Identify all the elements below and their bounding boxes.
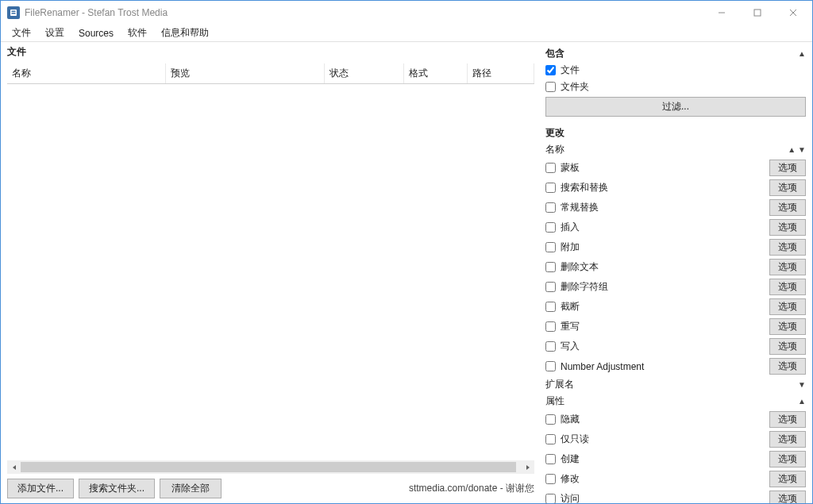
name-item-7-options-button[interactable]: 选项 (769, 298, 806, 315)
include-files-row[interactable]: 文件 (545, 62, 806, 79)
include-folders-checkbox[interactable] (545, 82, 556, 92)
scroll-left-icon[interactable] (7, 460, 21, 474)
attr-item-2-row[interactable]: 创建选项 (545, 449, 806, 469)
name-item-3-checkbox[interactable] (545, 222, 556, 233)
name-item-8-row[interactable]: 重写选项 (545, 317, 806, 337)
attr-item-2-options-button[interactable]: 选项 (769, 451, 806, 467)
attr-item-0-row[interactable]: 隐藏选项 (545, 410, 806, 429)
name-item-2-row[interactable]: 常规替换选项 (545, 198, 806, 217)
name-item-8-checkbox[interactable] (545, 321, 556, 332)
col-status[interactable]: 状态 (325, 63, 404, 83)
svg-marker-8 (526, 465, 530, 470)
attr-item-4-row[interactable]: 访问选项 (545, 489, 806, 503)
name-item-7-label: 截断 (561, 300, 766, 314)
collapse-up-icon: ▲ (798, 397, 806, 406)
filter-button[interactable]: 过滤... (545, 97, 806, 117)
name-item-2-checkbox[interactable] (545, 202, 556, 213)
include-header[interactable]: 包含 ▲ (545, 45, 806, 62)
donate-link[interactable]: sttmedia.com/donate - 谢谢您 (409, 482, 534, 495)
name-item-10-options-button[interactable]: 选项 (769, 358, 806, 375)
scroll-track[interactable] (21, 460, 521, 474)
menu-sources[interactable]: Sources (72, 26, 120, 40)
main-body: 文件 名称 预览 状态 格式 路径 添加文件... 搜索文件夹... 清除 (1, 42, 812, 503)
attr-item-1-options-button[interactable]: 选项 (769, 431, 806, 448)
attr-item-3-row[interactable]: 修改选项 (545, 469, 806, 489)
name-item-9-row[interactable]: 写入选项 (545, 337, 806, 356)
scroll-right-icon[interactable] (521, 460, 534, 474)
name-sub-title: 名称 (545, 143, 785, 156)
name-item-3-row[interactable]: 插入选项 (545, 217, 806, 237)
include-folders-row[interactable]: 文件夹 (545, 79, 806, 95)
maximize-button[interactable] (739, 2, 775, 24)
name-item-6-options-button[interactable]: 选项 (769, 279, 806, 295)
menu-file[interactable]: 文件 (6, 25, 37, 41)
name-item-6-checkbox[interactable] (545, 282, 556, 292)
svg-rect-4 (754, 10, 761, 16)
name-item-4-label: 附加 (561, 240, 766, 254)
attr-item-3-options-button[interactable]: 选项 (769, 471, 806, 487)
table-body[interactable] (7, 84, 534, 457)
name-item-0-options-button[interactable]: 选项 (769, 160, 806, 176)
horizontal-scrollbar[interactable] (7, 460, 534, 474)
close-button[interactable] (775, 2, 811, 24)
name-item-10-row[interactable]: Number Adjustment选项 (545, 356, 806, 376)
name-item-5-checkbox[interactable] (545, 262, 556, 272)
name-item-5-row[interactable]: 删除文本选项 (545, 257, 806, 277)
name-item-1-row[interactable]: 搜索和替换选项 (545, 178, 806, 198)
name-item-1-checkbox[interactable] (545, 183, 556, 193)
options-pane: 包含 ▲ 文件 文件夹 过滤... 更改 (541, 42, 812, 503)
add-files-button[interactable]: 添加文件... (7, 479, 74, 498)
scroll-thumb[interactable] (21, 462, 516, 472)
menu-settings[interactable]: 设置 (39, 25, 71, 41)
changes-header[interactable]: 更改 (545, 125, 806, 141)
filter-row: 过滤... (545, 95, 806, 121)
attr-item-2-checkbox[interactable] (545, 454, 556, 464)
name-item-5-options-button[interactable]: 选项 (769, 259, 806, 275)
name-item-10-label: Number Adjustment (561, 361, 766, 372)
attr-item-0-checkbox[interactable] (545, 414, 556, 425)
attr-subheader[interactable]: 属性 ▲ (545, 393, 806, 410)
name-item-0-row[interactable]: 蒙板选项 (545, 158, 806, 178)
col-name[interactable]: 名称 (7, 63, 166, 83)
name-item-0-checkbox[interactable] (545, 163, 556, 173)
name-item-8-options-button[interactable]: 选项 (769, 318, 806, 335)
name-item-4-row[interactable]: 附加选项 (545, 237, 806, 257)
menu-help[interactable]: 信息和帮助 (155, 25, 215, 41)
attr-item-3-checkbox[interactable] (545, 474, 556, 484)
app-icon (7, 6, 20, 19)
attr-sub-title: 属性 (545, 394, 796, 408)
include-files-checkbox[interactable] (545, 65, 556, 75)
menu-software[interactable]: 软件 (121, 25, 153, 41)
attr-item-4-options-button[interactable]: 选项 (769, 491, 806, 503)
attr-item-0-options-button[interactable]: 选项 (769, 411, 806, 428)
name-item-7-checkbox[interactable] (545, 302, 556, 312)
name-item-10-checkbox[interactable] (545, 361, 556, 371)
name-item-1-options-button[interactable]: 选项 (769, 179, 806, 196)
name-item-9-checkbox[interactable] (545, 341, 556, 352)
attr-item-1-checkbox[interactable] (545, 434, 556, 444)
attr-item-1-row[interactable]: 仅只读选项 (545, 429, 806, 449)
changes-title: 更改 (545, 126, 806, 140)
files-table: 名称 预览 状态 格式 路径 (7, 63, 534, 457)
name-item-4-options-button[interactable]: 选项 (769, 239, 806, 256)
col-preview[interactable]: 预览 (166, 63, 325, 83)
name-item-7-row[interactable]: 截断选项 (545, 297, 806, 317)
col-format[interactable]: 格式 (404, 63, 468, 83)
name-subheader[interactable]: 名称 ▲ ▼ (545, 141, 806, 158)
name-item-4-checkbox[interactable] (545, 242, 556, 252)
svg-rect-1 (12, 11, 16, 13)
col-path[interactable]: 路径 (468, 63, 534, 83)
name-item-6-row[interactable]: 删除字符组选项 (545, 277, 806, 297)
clear-all-button[interactable]: 清除全部 (160, 479, 222, 498)
minimize-button[interactable] (703, 2, 739, 24)
titlebar: FileRenamer - Stefan Trost Media (1, 1, 812, 25)
search-folder-button[interactable]: 搜索文件夹... (79, 479, 155, 498)
name-item-3-options-button[interactable]: 选项 (769, 219, 806, 236)
ext-sub-title: 扩展名 (545, 378, 796, 391)
ext-subheader[interactable]: 扩展名 ▼ (545, 376, 806, 393)
name-item-9-options-button[interactable]: 选项 (769, 338, 806, 355)
name-item-2-options-button[interactable]: 选项 (769, 199, 806, 216)
attr-item-4-checkbox[interactable] (545, 494, 556, 503)
name-item-1-label: 搜索和替换 (561, 181, 766, 194)
name-item-8-label: 重写 (561, 320, 766, 333)
